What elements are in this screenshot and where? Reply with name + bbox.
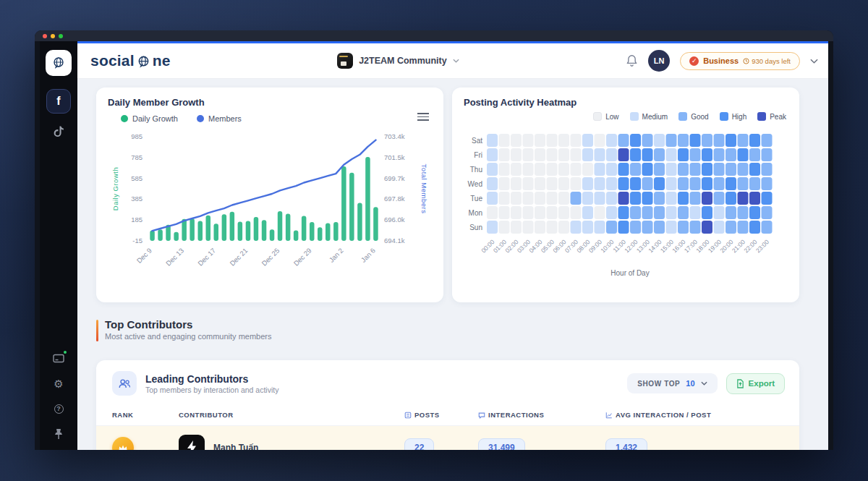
heatmap-cell[interactable] [606, 148, 617, 161]
heatmap-cell[interactable] [511, 206, 522, 219]
sidebar-item-settings[interactable]: ⚙ [52, 378, 65, 389]
heatmap-cell[interactable] [547, 206, 558, 219]
heatmap-cell[interactable] [702, 134, 712, 147]
heatmap-cell[interactable] [702, 177, 712, 190]
heatmap-cell[interactable] [666, 192, 677, 205]
heatmap-cell[interactable] [654, 163, 665, 176]
heatmap-cell[interactable] [738, 221, 749, 234]
heatmap-cell[interactable] [523, 163, 534, 176]
heatmap-cell[interactable] [511, 177, 522, 190]
heatmap-cell[interactable] [571, 206, 582, 219]
heatmap-cell[interactable] [523, 221, 534, 234]
heatmap-cell[interactable] [535, 221, 545, 234]
heatmap-cell[interactable] [666, 206, 677, 219]
bar[interactable] [278, 211, 283, 241]
bar[interactable] [222, 214, 227, 241]
heatmap-cell[interactable] [618, 163, 629, 176]
heatmap-cell[interactable] [606, 221, 617, 234]
heatmap-cell[interactable] [618, 148, 629, 161]
heatmap-cell[interactable] [749, 134, 760, 147]
bar[interactable] [206, 216, 211, 241]
heatmap-cell[interactable] [571, 148, 582, 161]
heatmap-cell[interactable] [582, 192, 593, 205]
heatmap-cell[interactable] [523, 177, 534, 190]
heatmap-cell[interactable] [499, 148, 510, 161]
heatmap-cell[interactable] [749, 163, 760, 176]
heatmap-cell[interactable] [535, 177, 545, 190]
bar[interactable] [150, 231, 155, 241]
legend-item[interactable]: Daily Growth [121, 114, 178, 123]
heatmap-cell[interactable] [535, 206, 545, 219]
heatmap-cell[interactable] [595, 177, 605, 190]
heatmap-cell[interactable] [582, 148, 593, 161]
heatmap-cell[interactable] [762, 134, 773, 147]
bar[interactable] [341, 166, 346, 241]
minimize-window-button[interactable] [51, 34, 55, 38]
heatmap-cell[interactable] [690, 148, 701, 161]
bar[interactable] [349, 173, 354, 241]
heatmap-cell[interactable] [582, 206, 593, 219]
heatmap-cell[interactable] [666, 163, 677, 176]
heatmap-cell[interactable] [535, 134, 545, 147]
sidebar-item-tiktok[interactable] [53, 125, 64, 141]
heatmap-cell[interactable] [630, 206, 641, 219]
heatmap-cell[interactable] [582, 221, 593, 234]
bell-icon[interactable] [626, 54, 638, 67]
heatmap-cell[interactable] [738, 177, 749, 190]
heatmap-cell[interactable] [749, 177, 760, 190]
heatmap-cell[interactable] [571, 192, 582, 205]
heatmap-cell[interactable] [511, 192, 522, 205]
heatmap-cell[interactable] [738, 206, 749, 219]
heatmap-cell[interactable] [523, 148, 534, 161]
heatmap-cell[interactable] [511, 134, 522, 147]
heatmap-cell[interactable] [511, 221, 522, 234]
heatmap-cell[interactable] [714, 192, 725, 205]
sidebar-item-pin[interactable] [52, 428, 65, 440]
heatmap-cell[interactable] [749, 192, 760, 205]
heatmap-cell[interactable] [499, 206, 510, 219]
heatmap-cell[interactable] [487, 206, 498, 219]
heatmap-cell[interactable] [714, 206, 725, 219]
heatmap-cell[interactable] [487, 177, 498, 190]
heatmap-cell[interactable] [487, 192, 498, 205]
brand-logo-tile[interactable] [46, 50, 72, 76]
heatmap-cell[interactable] [666, 177, 677, 190]
sidebar-item-help[interactable]: ? [52, 403, 65, 414]
heatmap-cell[interactable] [618, 206, 629, 219]
heatmap-cell[interactable] [690, 206, 701, 219]
heatmap-cell[interactable] [618, 192, 629, 205]
heatmap-cell[interactable] [630, 221, 641, 234]
heatmap-cell[interactable] [714, 177, 725, 190]
heatmap-cell[interactable] [738, 134, 749, 147]
heatmap-cell[interactable] [678, 177, 689, 190]
heatmap-cell[interactable] [726, 148, 736, 161]
legend-item[interactable]: Members [197, 114, 242, 123]
heatmap-cell[interactable] [678, 221, 689, 234]
heatmap-cell[interactable] [558, 206, 569, 219]
heatmap-cell[interactable] [523, 192, 534, 205]
heatmap-cell[interactable] [714, 221, 725, 234]
heatmap-cell[interactable] [702, 192, 712, 205]
heatmap-cell[interactable] [595, 134, 605, 147]
heatmap-cell[interactable] [595, 206, 605, 219]
heatmap-cell[interactable] [654, 177, 665, 190]
heatmap-cell[interactable] [547, 177, 558, 190]
bar[interactable] [254, 217, 259, 241]
heatmap-cell[interactable] [535, 163, 545, 176]
heatmap-cell[interactable] [726, 177, 736, 190]
heatmap-cell[interactable] [571, 221, 582, 234]
heatmap-cell[interactable] [571, 134, 582, 147]
heatmap-cell[interactable] [678, 206, 689, 219]
close-window-button[interactable] [43, 34, 47, 38]
maximize-window-button[interactable] [59, 34, 63, 38]
bar[interactable] [174, 232, 179, 241]
heatmap-cell[interactable] [487, 221, 498, 234]
bar[interactable] [246, 221, 251, 241]
chart-menu-icon[interactable] [417, 111, 429, 123]
heatmap-cell[interactable] [595, 148, 605, 161]
heatmap-cell[interactable] [618, 177, 629, 190]
heatmap-cell[interactable] [642, 148, 653, 161]
heatmap-cell[interactable] [511, 148, 522, 161]
heatmap-cell[interactable] [690, 163, 701, 176]
heatmap-cell[interactable] [558, 221, 569, 234]
